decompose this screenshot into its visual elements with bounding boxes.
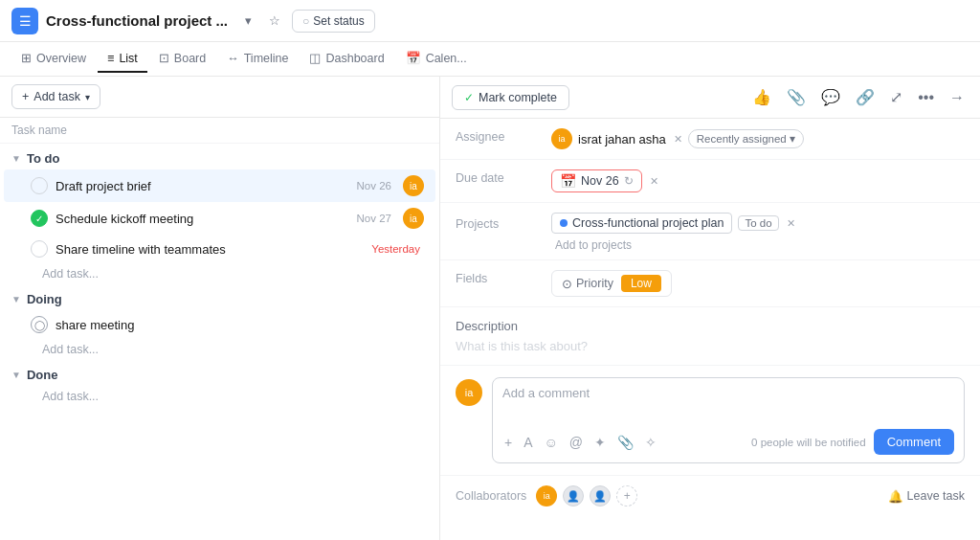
- tab-timeline[interactable]: ↔ Timeline: [217, 46, 298, 73]
- project-chip[interactable]: Cross-functional project plan: [551, 213, 732, 234]
- plus-icon: +: [22, 90, 29, 103]
- section-header-done[interactable]: ▼ Done: [0, 360, 439, 386]
- expand-button[interactable]: ⤢: [886, 84, 906, 110]
- section-header-todo[interactable]: ▼ To do: [0, 144, 439, 169]
- star-button[interactable]: ☆: [263, 11, 286, 31]
- right-content: Assignee ia israt jahan asha ✕ Recently …: [440, 119, 980, 540]
- main-content: + Add task ▾ Task name ▼ To do Draft pro…: [0, 77, 980, 540]
- fields-value: ⊙ Priority Low: [551, 270, 965, 297]
- comment-button[interactable]: 💬: [817, 84, 844, 110]
- task-row[interactable]: ◯ share meeting: [4, 310, 435, 339]
- right-panel: ✓ Mark complete 👍 📎 💬 🔗 ⤢ ••• → Assignee…: [440, 77, 980, 540]
- assignee-label: Assignee: [456, 128, 551, 144]
- leave-task-button[interactable]: 🔔 Leave task: [888, 489, 965, 504]
- comment-section: ia Add a comment + A ☺ @ ✦ 📎 ✧ 0 people …: [440, 366, 980, 475]
- set-status-button[interactable]: ○ Set status: [292, 10, 375, 33]
- section-header-doing[interactable]: ▼ Doing: [0, 284, 439, 310]
- right-actions: 👍 📎 💬 🔗 ⤢ ••• →: [748, 84, 969, 110]
- left-toolbar: + Add task ▾: [0, 77, 439, 118]
- comment-toolbar: + A ☺ @ ✦ 📎 ✧ 0 people will be notified …: [502, 429, 954, 455]
- description-section: Description What is this task about?: [440, 307, 980, 366]
- add-task-inline-doing[interactable]: Add task...: [0, 339, 439, 360]
- mark-complete-button[interactable]: ✓ Mark complete: [452, 85, 569, 110]
- comment-plus-button[interactable]: +: [502, 433, 514, 452]
- link-button[interactable]: 🔗: [852, 84, 879, 110]
- tab-dashboard[interactable]: ◫ Dashboard: [300, 45, 393, 73]
- more-options-button[interactable]: •••: [914, 85, 938, 110]
- priority-icon: ⊙: [562, 277, 572, 291]
- comment-avatar: ia: [456, 379, 482, 406]
- remove-assignee-button[interactable]: ✕: [674, 133, 682, 146]
- notify-text: 0 people will be notified: [751, 437, 866, 448]
- collaborators-label: Collaborators: [456, 489, 526, 503]
- collaborators-row: Collaborators ia 👤 👤 + 🔔 Leave task: [440, 475, 980, 516]
- nav-tabs: ⊞ Overview ≡ List ⊡ Board ↔ Timeline ◫ D…: [0, 42, 980, 77]
- task-row[interactable]: Share timeline with teammates Yesterday: [4, 235, 435, 263]
- task-check-icon: [31, 240, 48, 258]
- task-row[interactable]: Draft project brief Nov 26 ia: [4, 169, 435, 202]
- chevron-down-icon: ▾: [790, 132, 795, 146]
- task-check-circle-icon: ◯: [31, 316, 48, 333]
- comment-box: Add a comment + A ☺ @ ✦ 📎 ✧ 0 people wil…: [492, 377, 965, 463]
- description-input[interactable]: What is this task about?: [456, 339, 965, 353]
- tab-overview[interactable]: ⊞ Overview: [11, 45, 96, 73]
- comment-emoji-button[interactable]: ☺: [543, 433, 560, 452]
- attach-button[interactable]: 📎: [783, 84, 810, 110]
- project-dot-icon: [560, 219, 568, 227]
- comment-attach-button[interactable]: 📎: [615, 433, 635, 452]
- assignee-name: israt jahan asha: [578, 132, 666, 146]
- comment-star-button[interactable]: ✦: [592, 433, 608, 452]
- projects-label: Projects: [456, 215, 551, 231]
- top-bar: ☰ Cross-functional project ... ▾ ☆ ○ Set…: [0, 0, 980, 42]
- projects-value: Cross-functional project plan To do ✕: [551, 213, 965, 234]
- assignee-row: Assignee ia israt jahan asha ✕ Recently …: [440, 119, 980, 160]
- like-button[interactable]: 👍: [748, 84, 775, 110]
- comment-sparkle-button[interactable]: ✧: [643, 433, 658, 452]
- priority-field[interactable]: ⊙ Priority Low: [551, 270, 672, 297]
- priority-badge: Low: [621, 275, 661, 292]
- add-task-dropdown-icon[interactable]: ▾: [85, 92, 90, 102]
- add-collaborator-button[interactable]: +: [616, 485, 637, 506]
- app-icon: ☰: [11, 8, 38, 34]
- collaborator-person2-icon: 👤: [590, 485, 611, 506]
- task-list-header: Task name: [0, 118, 439, 144]
- left-panel: + Add task ▾ Task name ▼ To do Draft pro…: [0, 77, 440, 540]
- collapse-icon-doing: ▼: [11, 294, 21, 304]
- fields-row: Fields ⊙ Priority Low: [440, 260, 980, 307]
- avatar: ia: [403, 175, 424, 196]
- add-task-inline-todo[interactable]: Add task...: [0, 263, 439, 284]
- comment-input[interactable]: Add a comment: [502, 386, 954, 400]
- list-icon: ≡: [107, 52, 114, 65]
- comment-submit-button[interactable]: Comment: [874, 429, 954, 455]
- add-to-projects-button[interactable]: Add to projects: [555, 235, 632, 256]
- navigate-button[interactable]: →: [946, 85, 969, 110]
- description-label: Description: [456, 319, 965, 333]
- task-list-body: ▼ To do Draft project brief Nov 26 ia ✓ …: [0, 144, 439, 540]
- add-task-inline-done[interactable]: Add task...: [0, 386, 439, 407]
- tab-list[interactable]: ≡ List: [98, 46, 147, 73]
- task-row[interactable]: ✓ Schedule kickoff meeting Nov 27 ia: [4, 202, 435, 235]
- collapse-icon-done: ▼: [11, 370, 21, 380]
- right-topbar: ✓ Mark complete 👍 📎 💬 🔗 ⤢ ••• →: [440, 77, 980, 119]
- bell-icon: 🔔: [888, 489, 903, 504]
- comment-mention-button[interactable]: @: [568, 433, 585, 452]
- comment-row: ia Add a comment + A ☺ @ ✦ 📎 ✧ 0 people …: [456, 377, 965, 463]
- recently-assigned-badge[interactable]: Recently assigned ▾: [688, 129, 804, 148]
- collaborator-avatar: ia: [536, 485, 557, 506]
- remove-project-button[interactable]: ✕: [787, 217, 795, 230]
- top-bar-actions: ▾ ☆ ○ Set status: [239, 10, 375, 33]
- comment-text-button[interactable]: A: [522, 433, 534, 452]
- chevron-down-button[interactable]: ▾: [239, 11, 257, 31]
- task-check-icon: [31, 177, 48, 194]
- circle-icon: ○: [302, 14, 309, 28]
- tab-calendar[interactable]: 📅 Calen...: [396, 45, 477, 73]
- check-icon: ✓: [464, 91, 474, 104]
- project-status-dropdown[interactable]: To do: [738, 215, 778, 231]
- due-date-value: 📅 Nov 26 ↻ ✕: [551, 169, 965, 192]
- remove-due-date-button[interactable]: ✕: [650, 175, 658, 188]
- due-date-chip[interactable]: 📅 Nov 26 ↻: [551, 169, 642, 192]
- timeline-icon: ↔: [227, 52, 239, 65]
- assignee-avatar: ia: [551, 128, 572, 149]
- tab-board[interactable]: ⊡ Board: [149, 45, 215, 73]
- add-task-button[interactable]: + Add task ▾: [11, 84, 100, 109]
